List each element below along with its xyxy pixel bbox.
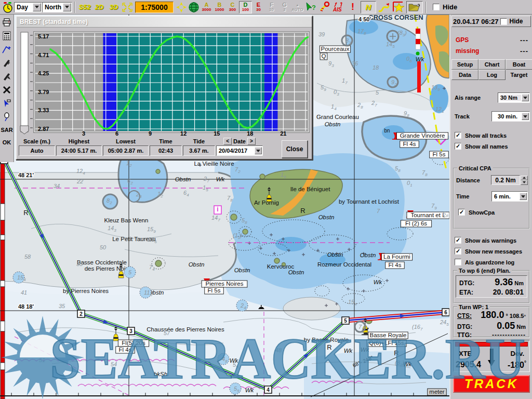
date-prev-button[interactable]: <: [223, 138, 232, 145]
tab-target[interactable]: Target: [506, 70, 532, 80]
scale-display[interactable]: 1:75000: [135, 2, 174, 13]
view-2d-button[interactable]: 2D: [92, 1, 106, 14]
tide-window-title: BREST (standard time): [20, 18, 88, 25]
sar-button[interactable]: SAR: [1, 124, 12, 136]
key-icon[interactable]: [318, 1, 330, 14]
open-folder-button[interactable]: [406, 1, 423, 14]
chart-label: Obstn: [288, 269, 304, 275]
event-star-icon[interactable]: [392, 1, 405, 14]
move-waypoint-icon[interactable]: [1, 70, 13, 83]
tab-chart[interactable]: Chart: [478, 59, 506, 70]
tide-close-button[interactable]: Close: [282, 140, 308, 158]
track-length-select[interactable]: 30 min.: [491, 111, 530, 122]
checkbox-box[interactable]: [455, 259, 461, 265]
waypoint-4[interactable]: 4: [264, 386, 272, 393]
date-next-button[interactable]: >: [247, 138, 256, 145]
ok-button[interactable]: OK: [3, 136, 11, 149]
depth-sounding: 35: [59, 303, 65, 309]
checkbox-box[interactable]: ✓: [455, 248, 461, 255]
tab-log[interactable]: Log: [478, 70, 506, 80]
depth-sounding: 51: [39, 357, 45, 363]
pin-icon[interactable]: [1, 110, 13, 124]
range-button-d[interactable]: D100: [239, 1, 252, 14]
chart-label: Basse Royale: [370, 332, 407, 338]
north-up-button[interactable]: N: [361, 1, 376, 14]
track-mode-button[interactable]: TRACK: [453, 375, 530, 393]
tide-y-label: 5.17: [38, 33, 49, 39]
waypoint-3[interactable]: 3: [127, 327, 135, 335]
checkbox-showcpa[interactable]: ✓ShowCpa: [454, 207, 529, 218]
svg-text:AIS: AIS: [332, 7, 342, 12]
chart-label: Wk: [374, 279, 383, 285]
cpa-distance-stepper[interactable]: [521, 176, 528, 185]
hide-panel-checkbox[interactable]: [500, 18, 507, 25]
eta-value: 20. 08:01: [493, 288, 524, 296]
tab-boat[interactable]: Boat: [506, 59, 532, 70]
ttg-value: -------------: [492, 331, 526, 339]
range-button-e[interactable]: E30: [252, 1, 265, 14]
clock-icon[interactable]: [2, 1, 14, 14]
add-waypoint-icon[interactable]: [1, 56, 13, 70]
fullscreen-icon[interactable]: [122, 1, 133, 14]
tide-footer: Scale (m.) Auto Highest 24:00 5.17 m. Lo…: [19, 137, 311, 156]
track-snake-icon[interactable]: [377, 1, 391, 14]
turn-dtg-value: 0.05: [497, 321, 515, 331]
range-button-f[interactable]: F10: [265, 1, 278, 14]
chart-label: Grand Courleau: [316, 114, 359, 120]
checkbox-box[interactable]: ✓: [458, 209, 465, 216]
ais-range-select[interactable]: 30 Nm: [498, 92, 530, 103]
checkbox-ais-guardzone-log[interactable]: Ais guardzone log: [450, 257, 532, 268]
route-edit-icon[interactable]: [1, 43, 13, 56]
checkbox-show-new-messages[interactable]: ✓Show new messages: [450, 246, 532, 257]
turn-waypoint-title: Turn WP: 1: [457, 304, 490, 310]
left-tool-sidebar: SAR OK: [0, 15, 14, 162]
tide-highest-value: 24:00 5.17 m.: [56, 145, 102, 156]
shoal-gray-wp5: [283, 297, 340, 320]
cts-value-2: 108.5: [510, 313, 524, 319]
print-icon[interactable]: [1, 16, 13, 29]
range-button-g[interactable]: G3: [278, 1, 291, 14]
tab-setup[interactable]: Setup: [451, 59, 478, 70]
svg-text:6: 6: [444, 310, 447, 315]
tide-day-band: [103, 33, 116, 131]
orientation-select[interactable]: North: [42, 2, 72, 12]
cpa-time-select[interactable]: 6 min.: [491, 191, 528, 202]
alarm-button[interactable]: !: [346, 1, 360, 14]
tide-slider-thumb[interactable]: [20, 126, 29, 134]
delete-icon[interactable]: [1, 83, 13, 97]
hide-toolbar-checkbox[interactable]: [433, 4, 440, 10]
checkbox-show-all-tracks[interactable]: ✓Show all tracks: [450, 130, 532, 141]
select-flag-icon[interactable]: [1, 97, 13, 110]
depth-sounding: 50: [100, 244, 107, 250]
query-cursor-icon[interactable]: ?: [304, 1, 317, 14]
day-night-select[interactable]: Day: [14, 2, 42, 12]
tide-window-titlebar[interactable]: BREST (standard time): [17, 17, 312, 28]
tide-scale-slider[interactable]: [21, 32, 28, 132]
checkbox-show-ais-warnings[interactable]: ✓Show ais warnings: [450, 235, 532, 246]
checkbox-box[interactable]: ✓: [455, 237, 461, 244]
checkbox-show-all-names[interactable]: ✓Show all names: [450, 141, 532, 152]
dev-label: Dev.: [511, 350, 525, 357]
depth-sounding: 54: [111, 361, 117, 367]
chart-label: Ile de Béniguet: [290, 186, 331, 192]
checkbox-box[interactable]: ✓: [455, 132, 461, 139]
waypoint-6[interactable]: 6: [442, 309, 449, 316]
gps-value-1: ---: [520, 36, 528, 44]
ais-icon[interactable]: AIS: [331, 1, 345, 14]
hide-toolbar-label: Hide: [443, 3, 457, 11]
chart-label: Kleuz Bas Wenn: [104, 217, 149, 223]
checkbox-box[interactable]: ✓: [455, 143, 461, 150]
calculator-icon[interactable]: [1, 29, 13, 43]
range-button-a[interactable]: A3000: [200, 1, 213, 14]
tide-date-select[interactable]: 20/04/2017: [216, 145, 263, 156]
view-3d-button[interactable]: 3D: [107, 1, 121, 14]
s52-presentation-button[interactable]: S52: [78, 1, 91, 14]
globe-icon[interactable]: [188, 1, 200, 14]
tab-data[interactable]: Data: [451, 70, 478, 80]
center-ship-icon[interactable]: [176, 1, 187, 14]
auto-range-button[interactable]: ▲ AUTO: [291, 1, 304, 14]
range-button-b[interactable]: B1000: [213, 1, 226, 14]
range-button-c[interactable]: C300: [226, 1, 239, 14]
waypoint-5[interactable]: 5: [342, 317, 349, 324]
waypoint-2[interactable]: 2: [77, 310, 85, 317]
